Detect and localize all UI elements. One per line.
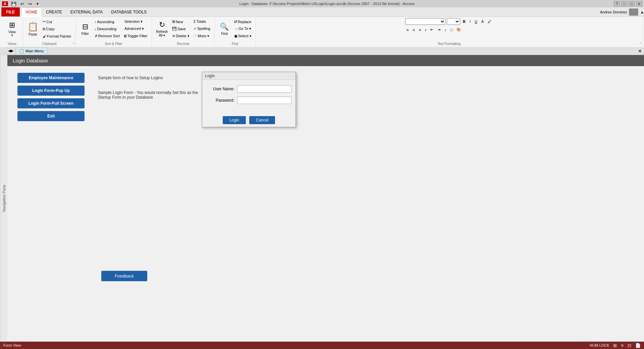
- copy-button[interactable]: ⧉ Copy: [41, 26, 73, 32]
- font-size-select[interactable]: [447, 18, 460, 25]
- feedback-button[interactable]: Feedback: [101, 271, 147, 281]
- descending-button[interactable]: ↓ Descending: [93, 26, 121, 32]
- highlight-button[interactable]: 🖊: [486, 19, 493, 24]
- table-view-icon[interactable]: ≡: [621, 343, 624, 348]
- remove-sort-label: Remove Sort: [98, 34, 120, 38]
- login-dialog-login-button[interactable]: Login: [223, 116, 246, 124]
- replace-label: Replace: [238, 20, 251, 24]
- quick-access-menu[interactable]: ▼: [35, 2, 40, 6]
- goto-button[interactable]: → Go To ▾: [233, 26, 253, 32]
- line-spacing-button[interactable]: ↕: [443, 27, 448, 33]
- refresh-button[interactable]: ↻ RefreshAll ▾: [155, 18, 169, 40]
- sort-filter-content: ⊟ Filter ↑ Ascending ↓ Descending ✗ Remo…: [78, 18, 149, 46]
- maximize-button[interactable]: □: [629, 1, 635, 6]
- tab-database-tools[interactable]: DATABASE TOOLS: [107, 7, 151, 16]
- sort-filter-group-label: Sort & Filter: [76, 42, 152, 46]
- indent-button[interactable]: ⇥: [436, 27, 442, 33]
- user-name: Andres Dominici: [600, 10, 627, 14]
- help-button[interactable]: ?: [614, 1, 620, 6]
- password-input[interactable]: [237, 97, 291, 104]
- background-color-button[interactable]: 🎨: [455, 27, 463, 33]
- advanced-button[interactable]: Advanced ▾: [122, 26, 149, 32]
- records-content: ↻ RefreshAll ▾ ⊞ New 💾 Save ✕ Delete ▾: [155, 18, 212, 46]
- ribbon-collapse[interactable]: ▲: [640, 10, 644, 14]
- login-form-popup-button[interactable]: Login Form-Pop Up: [17, 86, 85, 96]
- tab-icon: 📋: [19, 49, 24, 53]
- align-center-button[interactable]: ≡: [412, 27, 416, 33]
- login-dialog-title: Login: [202, 72, 296, 80]
- ribbon-group-clipboard: 📋 Paste ✂ Cut ⧉ Copy 🖌 Format Painter Cl…: [23, 17, 76, 46]
- italic-button[interactable]: I: [468, 19, 472, 24]
- expand-pane-button[interactable]: ◀▶: [8, 49, 13, 53]
- tab-create[interactable]: CREATE: [42, 7, 66, 16]
- clipboard-expand-icon[interactable]: ↗: [72, 42, 75, 45]
- more-button[interactable]: ⋯ More ▾: [192, 33, 212, 39]
- layout-view-icon[interactable]: ⊞: [613, 343, 617, 348]
- spelling-button[interactable]: ✓ Spelling: [192, 26, 212, 32]
- save-icon: 💾: [172, 27, 177, 31]
- quick-access-redo[interactable]: ↪: [27, 1, 33, 7]
- minimize-button[interactable]: ─: [621, 1, 627, 6]
- main-container: Navigation Pane Login Database Employee …: [0, 55, 644, 342]
- paste-icon: 📋: [28, 21, 38, 32]
- format-painter-button[interactable]: 🖌 Format Painter: [41, 34, 73, 39]
- view-icon: ⊞: [9, 21, 15, 30]
- username-input[interactable]: [237, 85, 291, 93]
- feedback-area: Feedback: [101, 271, 147, 281]
- close-tab-button[interactable]: ✕: [636, 48, 644, 54]
- report-view-icon[interactable]: 📄: [635, 343, 641, 348]
- select-button[interactable]: ▣ Select ▾: [233, 33, 253, 39]
- login-dialog-body: User Name: Password:: [202, 80, 296, 113]
- navigation-pane[interactable]: Navigation Pane: [0, 55, 7, 342]
- filter-button[interactable]: ⊟ Filter: [78, 18, 92, 40]
- tab-external-data[interactable]: EXTERNAL DATA: [66, 7, 107, 16]
- copy-label: Copy: [46, 27, 55, 31]
- cut-button[interactable]: ✂ Cut: [41, 19, 73, 24]
- bullet-button[interactable]: •: [424, 27, 428, 33]
- user-avatar: [629, 8, 638, 16]
- view-button[interactable]: ⊞ View ▼: [4, 18, 20, 40]
- align-right-button[interactable]: ≡: [418, 27, 422, 33]
- font-color-button[interactable]: A: [480, 19, 485, 24]
- middle-panel: Sample form of how to Setup Logins Sampl…: [98, 73, 205, 121]
- align-left-button[interactable]: ≡: [405, 27, 410, 33]
- username-row: User Name:: [208, 85, 290, 93]
- replace-button[interactable]: ⇄ Replace: [233, 19, 253, 24]
- text-formatting-expand-icon[interactable]: ↗: [639, 42, 642, 45]
- find-label: Find: [221, 32, 227, 36]
- outdent-button[interactable]: ⇤: [429, 27, 435, 33]
- toggle-filter-button[interactable]: ⊠ Toggle Filter: [122, 33, 149, 39]
- form-content: Employee Maintenance Login Form-Pop Up L…: [7, 66, 644, 128]
- ascending-button[interactable]: ↑ Ascending: [93, 19, 121, 24]
- tab-file[interactable]: FILE: [1, 7, 20, 16]
- paste-button[interactable]: 📋 Paste: [26, 18, 40, 40]
- tab-home[interactable]: HOME: [21, 8, 42, 17]
- sort-col-2: Selection ▾ Advanced ▾ ⊠ Toggle Filter: [122, 18, 149, 40]
- close-button[interactable]: ✕: [636, 1, 642, 6]
- pivot-view-icon[interactable]: ⊡: [628, 343, 631, 348]
- quick-access-undo[interactable]: ↩: [19, 1, 25, 7]
- login-form-fullscreen-button[interactable]: Login Form-Full Screen: [17, 98, 85, 108]
- remove-sort-button[interactable]: ✗ Remove Sort: [93, 33, 121, 39]
- main-menu-tab[interactable]: 📋 Main Menu: [15, 47, 47, 55]
- delete-button[interactable]: ✕ Delete ▾: [171, 33, 191, 39]
- ribbon-tabs: FILE HOME CREATE EXTERNAL DATA DATABASE …: [0, 7, 644, 17]
- totals-button[interactable]: Σ Totals: [192, 19, 212, 24]
- employee-maintenance-button[interactable]: Employee Maintenance: [17, 73, 85, 83]
- underline-button[interactable]: U: [473, 19, 479, 24]
- login-dialog-cancel-button[interactable]: Cancel: [249, 116, 275, 124]
- borders-button[interactable]: □: [449, 27, 454, 33]
- find-button[interactable]: 🔍 Find: [217, 18, 231, 40]
- select-label: Select ▾: [238, 34, 252, 38]
- font-family-select[interactable]: [405, 18, 445, 25]
- bold-button[interactable]: B: [462, 19, 467, 24]
- exit-button[interactable]: Exit: [17, 111, 85, 121]
- new-record-button[interactable]: ⊞ New: [171, 19, 191, 24]
- spelling-icon: ✓: [194, 27, 197, 31]
- ribbon-group-records: ↻ RefreshAll ▾ ⊞ New 💾 Save ✕ Delete ▾: [152, 17, 215, 46]
- selection-button[interactable]: Selection ▾: [122, 19, 149, 24]
- save-button[interactable]: 💾 Save: [171, 26, 191, 32]
- sort-col-1: ↑ Ascending ↓ Descending ✗ Remove Sort: [93, 18, 121, 40]
- employee-maintenance-desc: Sample form of how to Setup Logins: [98, 76, 205, 80]
- quick-access-save[interactable]: 💾: [10, 1, 17, 7]
